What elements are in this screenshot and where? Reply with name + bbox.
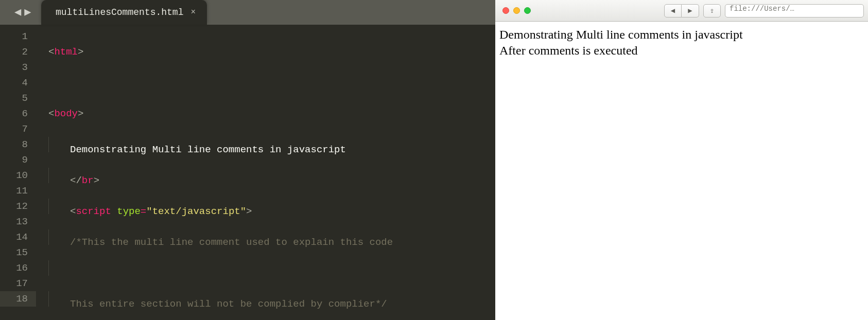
line-number: 6 xyxy=(0,106,28,121)
line-number: 11 xyxy=(0,183,28,199)
url-field[interactable]: file:///Users/… xyxy=(725,4,864,17)
comment: /*This the multi line comment used to ex… xyxy=(70,237,393,248)
browser-viewport: Demonstrating Multi line comments in jav… xyxy=(495,22,868,320)
line-number-gutter: 1 2 3 4 5 6 7 8 9 10 11 12 13 14 15 16 1… xyxy=(0,25,36,320)
code-line: Demonstrating Multi line comments in jav… xyxy=(48,137,495,152)
editor-nav: ◀ ▶ xyxy=(5,7,41,19)
line-number: 2 xyxy=(0,44,28,60)
bracket: </ xyxy=(70,175,82,186)
code-line: This entire section will not be complied… xyxy=(48,291,495,307)
line-number: 13 xyxy=(0,214,28,229)
nav-back-icon[interactable]: ◀ xyxy=(14,7,21,19)
editor-pane: ◀ ▶ multiLinesComments.html × 1 2 3 4 5 … xyxy=(0,0,495,320)
browser-pane: ◀ ▶ ⇪ file:///Users/… Demonstrating Mult… xyxy=(495,0,868,320)
line-number: 9 xyxy=(0,152,28,168)
file-tab-label: multiLinesComments.html xyxy=(56,7,183,17)
bracket: < xyxy=(48,108,54,119)
window-traffic-lights xyxy=(502,7,531,14)
browser-nav-group: ◀ ▶ xyxy=(664,4,699,17)
chevron-left-icon: ◀ xyxy=(671,6,675,15)
line-number: 10 xyxy=(0,168,28,183)
code-line: </br> xyxy=(48,168,495,183)
output-line: Demonstrating Multi line comments in jav… xyxy=(499,27,864,43)
tag: script xyxy=(76,206,111,217)
line-number: 3 xyxy=(0,60,28,75)
line-number: 4 xyxy=(0,75,28,91)
close-icon[interactable]: × xyxy=(190,8,196,17)
attr: type xyxy=(117,206,141,217)
editor-header: ◀ ▶ multiLinesComments.html × xyxy=(0,0,495,25)
tag: body xyxy=(54,108,78,119)
bracket: > xyxy=(94,175,99,186)
tag: br xyxy=(82,175,94,186)
bracket: < xyxy=(70,206,76,217)
string: "text/javascript" xyxy=(146,206,246,217)
op: = xyxy=(141,206,146,217)
line-number: 16 xyxy=(0,260,28,276)
tag: html xyxy=(54,46,78,58)
line-number: 7 xyxy=(0,121,28,137)
code-content[interactable]: <html> <body> Demonstrating Multi line c… xyxy=(36,25,495,320)
line-number: 14 xyxy=(0,229,28,245)
code-line: /*This the multi line comment used to ex… xyxy=(48,229,495,245)
bracket: > xyxy=(246,206,252,217)
text: Demonstrating Multi line comments in jav… xyxy=(70,144,346,155)
browser-back-button[interactable]: ◀ xyxy=(664,4,682,17)
code-line xyxy=(48,75,495,91)
share-icon: ⇪ xyxy=(710,6,714,15)
comment: This entire section will not be complied… xyxy=(70,298,387,310)
line-number: 15 xyxy=(0,245,28,260)
line-number: 8 xyxy=(0,137,28,152)
window-minimize-icon[interactable] xyxy=(513,7,520,14)
file-tab[interactable]: multiLinesComments.html × xyxy=(41,0,207,25)
bracket: < xyxy=(48,46,54,58)
line-number: 12 xyxy=(0,199,28,214)
code-line: <body> xyxy=(48,106,495,121)
nav-forward-icon[interactable]: ▶ xyxy=(24,7,31,19)
bracket: > xyxy=(78,108,83,119)
output-line: After comments is executed xyxy=(499,43,864,59)
code-line: <html> xyxy=(48,44,495,60)
line-number: 17 xyxy=(0,276,28,291)
window-zoom-icon[interactable] xyxy=(524,7,531,14)
chevron-right-icon: ▶ xyxy=(688,6,692,15)
browser-toolbar: ◀ ▶ ⇪ file:///Users/… xyxy=(495,0,868,22)
bracket: > xyxy=(78,46,83,58)
code-line xyxy=(48,260,495,276)
code-area[interactable]: 1 2 3 4 5 6 7 8 9 10 11 12 13 14 15 16 1… xyxy=(0,25,495,320)
browser-forward-button[interactable]: ▶ xyxy=(682,4,699,17)
window-close-icon[interactable] xyxy=(502,7,509,14)
share-button[interactable]: ⇪ xyxy=(703,4,721,17)
code-line: <script type="text/javascript"> xyxy=(48,199,495,214)
space xyxy=(111,206,117,217)
line-number: 18 xyxy=(0,291,36,307)
line-number: 5 xyxy=(0,91,28,106)
line-number: 1 xyxy=(0,29,28,44)
